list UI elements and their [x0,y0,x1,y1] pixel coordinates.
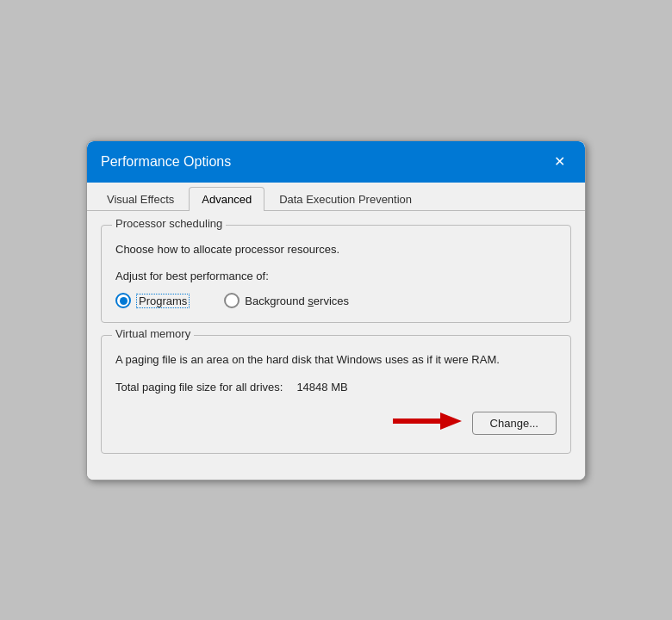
processor-scheduling-label: Processor scheduling [112,217,226,230]
radio-programs-indicator [115,293,131,308]
radio-background-services[interactable]: Background services [224,293,349,308]
radio-programs-label: Programs [136,294,190,308]
paging-value: 14848 MB [296,381,347,394]
processor-scheduling-description: Choose how to allocate processor resourc… [115,241,557,258]
arrow-right-icon [393,407,462,439]
radio-background-label: Background services [245,294,349,307]
title-bar: Performance Options ✕ [87,141,585,183]
paging-file-info: Total paging file size for all drives: 1… [115,381,557,394]
tab-dep[interactable]: Data Execution Prevention [266,187,425,211]
tab-visual-effects[interactable]: Visual Effects [94,187,187,211]
processor-scheduling-group: Processor scheduling Choose how to alloc… [101,225,571,324]
dialog-title: Performance Options [101,154,231,170]
performance-options-dialog: Performance Options ✕ Visual Effects Adv… [86,140,586,480]
vm-actions: Change... [115,407,557,439]
close-button[interactable]: ✕ [547,150,571,174]
paging-label: Total paging file size for all drives: [115,381,283,394]
virtual-memory-group: Virtual memory A paging file is an area … [101,335,571,454]
change-button-label: Change... [490,417,538,430]
radio-programs[interactable]: Programs [115,293,190,308]
tabs-bar: Visual Effects Advanced Data Execution P… [87,183,585,211]
adjust-label: Adjust for best performance of: [115,270,557,282]
tab-content: Processor scheduling Choose how to alloc… [87,211,585,480]
radio-group: Programs Background services [115,293,557,308]
svg-marker-1 [440,412,462,430]
virtual-memory-description: A paging file is an area on the hard dis… [115,351,557,369]
radio-background-indicator [224,293,240,308]
change-button[interactable]: Change... [472,412,557,435]
tab-advanced[interactable]: Advanced [189,187,264,211]
virtual-memory-label: Virtual memory [112,327,194,340]
